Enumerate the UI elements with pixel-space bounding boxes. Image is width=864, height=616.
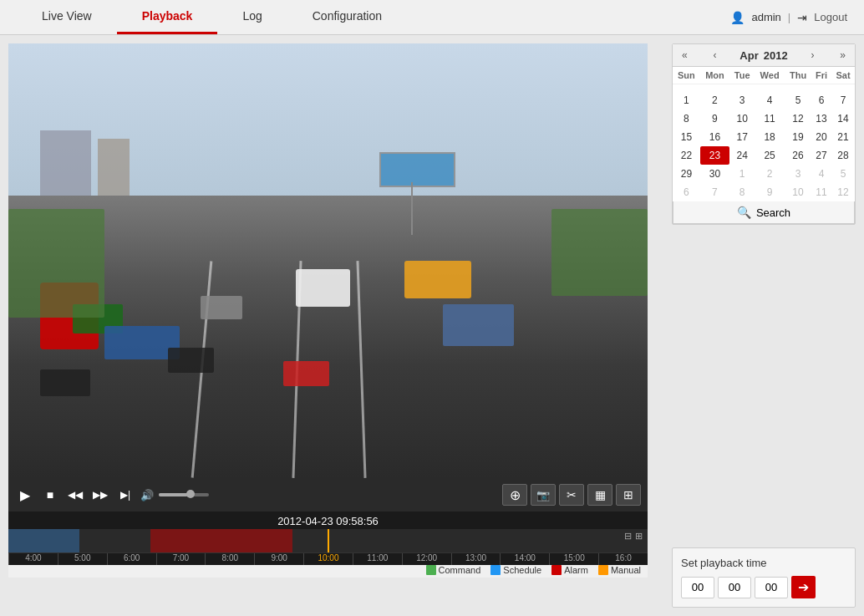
calendar-month-year: Apr 2012 [739,49,787,62]
cal-day[interactable]: 16 [700,128,729,146]
volume-slider[interactable] [159,493,209,496]
cal-day[interactable] [755,84,785,92]
logout-icon [797,11,807,24]
header-right: admin | Logout [730,11,847,24]
hour-input[interactable] [681,577,714,598]
cal-day[interactable] [673,84,700,92]
next-month-button[interactable]: › [808,48,816,62]
second-input[interactable] [755,577,788,598]
cal-day[interactable]: 10 [729,109,755,128]
volume-thumb[interactable] [186,490,195,498]
cal-day[interactable]: 14 [831,109,855,128]
cal-day[interactable] [831,84,855,92]
cal-day[interactable]: 1 [673,91,700,109]
expand-button[interactable]: ⊟ [624,531,632,542]
right-panel: « ‹ Apr 2012 › » Sun Mon Tue Wed Thu [672,43,856,608]
timeline-track[interactable]: ⊟ ⊞ [8,529,648,552]
cal-day[interactable]: 10 [785,183,811,201]
alarm-color [551,565,562,575]
calendar: « ‹ Apr 2012 › » Sun Mon Tue Wed Thu [672,43,856,225]
tab-configuration[interactable]: Configuration [287,0,407,34]
cal-day[interactable]: 8 [673,109,700,128]
cal-day[interactable]: 15 [673,128,700,146]
cal-day[interactable]: 19 [785,128,811,146]
logout-link[interactable]: Logout [814,11,847,23]
clip-button[interactable]: ✂ [559,484,584,506]
cal-day-selected[interactable]: 23 [700,146,729,165]
cal-day[interactable]: 9 [700,109,729,128]
cal-day[interactable]: 29 [673,165,700,183]
cal-day[interactable]: 11 [811,183,831,201]
right-controls: ⊕ 📷 ✂ ▦ ⊞ [502,484,641,506]
cal-day[interactable]: 18 [755,128,785,146]
tab-live-view[interactable]: Live View [17,0,117,34]
cal-day[interactable]: 28 [831,146,855,165]
cal-day[interactable]: 7 [700,183,729,201]
fullscreen-button[interactable]: ⊞ [616,484,641,506]
go-arrow-icon: ➔ [798,579,809,595]
fast-forward-button[interactable]: ▶▶ [90,485,110,505]
play-button[interactable]: ▶ [15,485,35,505]
cal-day[interactable]: 4 [811,165,831,183]
cal-day[interactable] [700,84,729,92]
prev-year-button[interactable]: « [679,48,690,62]
cal-day[interactable]: 27 [811,146,831,165]
time-label-8: 12:00 [402,553,451,565]
username: admin [751,11,780,23]
collapse-button[interactable]: ⊞ [635,531,643,542]
cal-day[interactable]: 2 [755,165,785,183]
cal-day[interactable]: 2 [700,91,729,109]
divider: | [788,11,790,23]
spacer [672,232,856,541]
time-label-1: 5:00 [58,553,107,565]
cal-day[interactable]: 9 [755,183,785,201]
cal-day[interactable]: 21 [831,128,855,146]
user-icon [730,11,745,24]
cal-day[interactable]: 30 [700,165,729,183]
go-button[interactable]: ➔ [791,576,816,598]
cal-day[interactable] [785,84,811,92]
cal-day[interactable]: 3 [729,91,755,109]
tab-playback[interactable]: Playback [117,0,218,34]
cal-day[interactable]: 1 [729,165,755,183]
time-label-10: 14:00 [500,553,549,565]
prev-month-button[interactable]: ‹ [711,48,719,62]
cal-day[interactable]: 6 [673,183,700,201]
time-label-4: 8:00 [205,553,254,565]
volume-fill [159,493,188,496]
grid-button[interactable]: ▦ [587,484,612,506]
rewind-button[interactable]: ◀◀ [65,485,85,505]
cal-day[interactable] [811,84,831,92]
timeline-container[interactable]: 2012-04-23 09:58:56 ⊟ ⊞ 4:00 5:00 [8,512,648,562]
cal-day[interactable]: 8 [729,183,755,201]
tab-log[interactable]: Log [217,0,287,34]
timeline-expand-controls: ⊟ ⊞ [624,531,643,542]
search-button[interactable]: 🔍 Search [673,201,855,224]
cal-day[interactable]: 22 [673,146,700,165]
cal-week-5: 22 23 24 25 26 27 28 [673,146,855,165]
next-year-button[interactable]: » [837,48,848,62]
snapshot-button[interactable]: 📷 [531,484,556,506]
cal-day[interactable]: 4 [755,91,785,109]
zoom-button[interactable]: ⊕ [502,484,527,506]
main-content: ▶ ■ ◀◀ ▶▶ ▶| 🔊 ⊕ 📷 ✂ ▦ ⊞ 2012-04-23 09:5… [0,35,864,616]
cal-day[interactable]: 12 [831,183,855,201]
cal-day[interactable]: 6 [811,91,831,109]
minute-input[interactable] [718,577,751,598]
cal-day[interactable]: 13 [811,109,831,128]
cal-day[interactable]: 17 [729,128,755,146]
cal-day[interactable]: 5 [831,165,855,183]
stop-button[interactable]: ■ [40,485,60,505]
cal-day[interactable] [729,84,755,92]
calendar-grid: Sun Mon Tue Wed Thu Fri Sat [673,67,855,201]
cal-day[interactable]: 11 [755,109,785,128]
cal-day[interactable]: 3 [785,165,811,183]
step-forward-button[interactable]: ▶| [115,485,135,505]
cal-day[interactable]: 7 [831,91,855,109]
cal-day[interactable]: 26 [785,146,811,165]
cal-day[interactable]: 25 [755,146,785,165]
cal-day[interactable]: 5 [785,91,811,109]
cal-day[interactable]: 24 [729,146,755,165]
cal-day[interactable]: 12 [785,109,811,128]
cal-day[interactable]: 20 [811,128,831,146]
